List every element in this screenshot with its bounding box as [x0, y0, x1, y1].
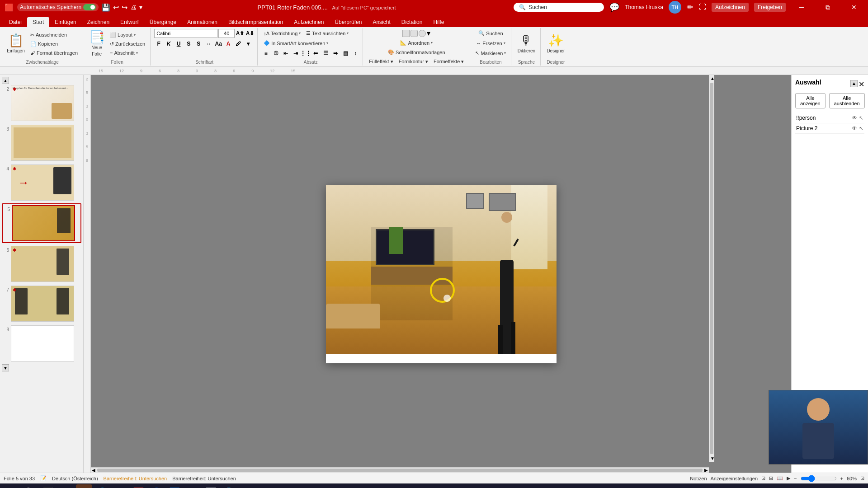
- font-decrease-button[interactable]: A⬇: [245, 29, 255, 38]
- tab-einfuegen[interactable]: Einfügen: [49, 17, 81, 27]
- powerpoint-taskbar-icon[interactable]: 🟥: [130, 484, 146, 488]
- highlight-button[interactable]: 🖊: [234, 39, 243, 48]
- shape-circle[interactable]: [419, 30, 426, 37]
- save-icon[interactable]: 💾: [101, 3, 110, 12]
- textrichtung-button[interactable]: ↕A Textrichtung ▾: [261, 29, 303, 38]
- camera-icon[interactable]: 📷: [184, 484, 201, 488]
- indent-more-button[interactable]: ⇥: [291, 49, 300, 58]
- chrome-icon[interactable]: 🌐: [94, 484, 110, 488]
- strikethrough-button[interactable]: S: [184, 39, 193, 48]
- bullet-button[interactable]: ≡: [261, 49, 270, 58]
- vscroll-down[interactable]: ▼: [709, 455, 714, 462]
- slide-item-5[interactable]: 5: [2, 203, 81, 243]
- col-button[interactable]: ⋮⋮: [301, 49, 310, 58]
- effect-button[interactable]: Formeffekte ▾: [431, 57, 467, 66]
- border-button[interactable]: Formkontur ▾: [396, 57, 430, 66]
- excel-icon[interactable]: 📊: [203, 484, 219, 488]
- shape-rect[interactable]: [402, 30, 410, 37]
- tab-hilfe[interactable]: Hilfe: [428, 17, 449, 27]
- comments-icon[interactable]: 💬: [609, 2, 619, 12]
- slide-item-6[interactable]: 6 ✱: [2, 245, 81, 283]
- redo-icon[interactable]: ↪: [122, 3, 127, 12]
- align-left[interactable]: ⬅: [311, 49, 320, 58]
- tab-entwurf[interactable]: Entwurf: [115, 17, 144, 27]
- start-button[interactable]: ⊞: [4, 484, 20, 488]
- hscroll-left[interactable]: ◀: [91, 468, 96, 473]
- align-justify[interactable]: ▤: [341, 49, 350, 58]
- quickstyle-button[interactable]: 🎨 Schnellformatvorlagen: [386, 48, 447, 56]
- reset-button[interactable]: ↺ Zurücksetzen: [108, 40, 147, 48]
- canvas-area[interactable]: ▲ ▼ ◀ ▶: [91, 75, 791, 473]
- tab-ansicht[interactable]: Ansicht: [367, 17, 396, 27]
- record-button[interactable]: Aufzeichnen: [712, 3, 749, 12]
- cursor-icon-person[interactable]: ↖: [859, 115, 863, 121]
- visibility-icon-person[interactable]: 👁: [852, 115, 857, 121]
- hide-all-button[interactable]: Alle ausblenden: [829, 93, 865, 108]
- firefox-icon[interactable]: 🦊: [76, 484, 92, 488]
- diktieren-button[interactable]: 🎙 Diktieren: [515, 29, 538, 58]
- explorer-icon[interactable]: 📁: [58, 484, 74, 488]
- align-right[interactable]: ➡: [331, 49, 340, 58]
- slide-canvas[interactable]: [326, 185, 557, 363]
- case-button[interactable]: Aa: [214, 39, 223, 48]
- font-color-button[interactable]: A: [224, 39, 233, 48]
- select-button[interactable]: ↖ Markieren ▾: [473, 49, 508, 57]
- panel-scroll-up[interactable]: ▲: [850, 80, 858, 87]
- zoom-in-icon[interactable]: +: [840, 476, 843, 481]
- restore-button[interactable]: ⧉: [817, 0, 838, 14]
- shadow-button[interactable]: S: [194, 39, 203, 48]
- slidesorter-icon[interactable]: ⊞: [769, 475, 773, 481]
- hscroll-thumb[interactable]: [97, 469, 703, 472]
- undo-icon[interactable]: ↩: [113, 3, 119, 12]
- language-label[interactable]: Deutsch (Österreich): [52, 476, 98, 481]
- panel-close-icon[interactable]: ✕: [859, 80, 864, 89]
- autosave-toggle[interactable]: Automatisches Speichern: [17, 3, 99, 11]
- italic-button[interactable]: K: [164, 39, 173, 48]
- show-all-button[interactable]: Alle anzeigen: [795, 93, 826, 108]
- search-taskbar-button[interactable]: 🔍: [22, 484, 38, 488]
- font-increase-button[interactable]: A⬆: [236, 29, 245, 38]
- tab-ueberpruefen[interactable]: Überprüfen: [329, 17, 367, 27]
- tab-aufzeichnen[interactable]: Aufzeichnen: [288, 17, 329, 27]
- tab-dictation[interactable]: Dictation: [396, 17, 428, 27]
- onenote-icon[interactable]: 🔵: [148, 484, 165, 488]
- tab-datei[interactable]: Datei: [4, 17, 27, 27]
- accessibility-text[interactable]: Barrierefreiheit: Untersuchen: [172, 476, 236, 481]
- normal-view-icon[interactable]: ⊡: [761, 475, 765, 481]
- more-icon[interactable]: ▾: [139, 4, 142, 11]
- slide-item-2[interactable]: 2 Morphen für Menschen die du tun haben …: [2, 84, 81, 122]
- fill-button[interactable]: Fülleffekt ▾: [367, 57, 396, 66]
- cursor-icon-picture2[interactable]: ↖: [859, 125, 863, 131]
- shape-rounded-rect[interactable]: [410, 30, 418, 37]
- numbering-button[interactable]: ①: [271, 49, 280, 58]
- cut-button[interactable]: ✂ Ausschneiden: [28, 31, 80, 39]
- designer-button[interactable]: ✨ Designer: [544, 29, 567, 58]
- accessibility-label[interactable]: Barrierefreiheit: Untersuchen: [104, 476, 167, 481]
- bold-button[interactable]: F: [154, 39, 163, 48]
- canvas-vscroll[interactable]: ▲ ▼: [709, 75, 714, 462]
- charspace-button[interactable]: ↔: [204, 39, 213, 48]
- reading-view-icon[interactable]: 📖: [777, 475, 783, 481]
- arrange-button[interactable]: 📐 Anordnen ▾: [398, 38, 435, 47]
- search-bar[interactable]: 🔍 Suchen: [514, 3, 604, 12]
- fit-slide-icon[interactable]: ⊡: [860, 475, 864, 481]
- tab-bildschirm[interactable]: Bildschirmpräsentation: [223, 17, 288, 27]
- tab-zeichnen[interactable]: Zeichnen: [82, 17, 115, 27]
- font-color-dropdown[interactable]: ▾: [244, 39, 253, 48]
- align-center[interactable]: ☰: [321, 49, 330, 58]
- ink-icon[interactable]: ✏: [687, 2, 693, 12]
- align-button[interactable]: ☰ Text ausrichten ▾: [304, 29, 351, 38]
- zoom-slider[interactable]: [801, 475, 837, 482]
- slide-scroll-up[interactable]: ▲: [2, 77, 9, 84]
- slide-item-8[interactable]: 8: [2, 324, 81, 362]
- slide-scroll-down[interactable]: ▼: [2, 364, 9, 371]
- format-copy-button[interactable]: 🖌 Format übertragen: [28, 49, 80, 57]
- new-slide-button[interactable]: 📑 Neue Folie: [87, 29, 107, 58]
- indent-less-button[interactable]: ⇤: [281, 49, 290, 58]
- search-button[interactable]: 🔍 Suchen: [476, 29, 505, 38]
- tab-uebergaenge[interactable]: Übergänge: [144, 17, 182, 27]
- mail-icon[interactable]: ✉: [112, 484, 128, 488]
- task-view-button[interactable]: ⬛: [40, 484, 56, 488]
- slideshow-icon[interactable]: ▶: [787, 475, 790, 481]
- browser2-icon[interactable]: 🌍: [221, 484, 237, 488]
